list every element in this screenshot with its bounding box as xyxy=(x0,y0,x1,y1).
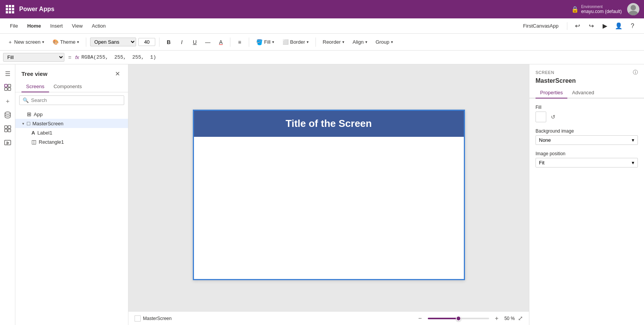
theme-label: Theme xyxy=(60,39,76,45)
fullscreen-button[interactable]: ⤢ xyxy=(518,315,523,322)
image-position-label: Image position xyxy=(536,151,638,156)
zoom-slider-thumb xyxy=(456,316,461,321)
canvas-frame[interactable]: Title of the Screen xyxy=(193,110,465,280)
divider xyxy=(567,22,567,30)
font-family-select[interactable]: Open Sans xyxy=(90,38,136,46)
reorder-label: Reorder xyxy=(323,39,341,45)
svg-rect-10 xyxy=(8,129,11,132)
environment-info[interactable]: 🔒 Environment enayu.com (default) xyxy=(571,5,622,14)
zoom-controls: − + 50 % ⤢ xyxy=(416,314,523,323)
rectangle1-label: Rectangle1 xyxy=(39,139,123,145)
image-position-control: Fit ▾ xyxy=(536,158,638,167)
sidebar-media-icon[interactable] xyxy=(2,136,14,149)
background-image-control: None ▾ xyxy=(536,135,638,145)
app-name: FirstCanvasApp xyxy=(523,23,559,29)
tab-advanced[interactable]: Advanced xyxy=(567,87,599,98)
app-label: App xyxy=(34,112,123,117)
props-info-button[interactable]: ⓘ xyxy=(633,69,638,76)
tree-header: Tree view ✕ xyxy=(15,64,128,81)
screen-icon: □ xyxy=(27,120,30,126)
formula-input[interactable] xyxy=(81,54,641,60)
border-dropdown-arrow: ▾ xyxy=(307,40,309,44)
sidebar-data-icon[interactable] xyxy=(2,109,14,121)
redo-button[interactable]: ↪ xyxy=(586,21,596,31)
fill-color-swatch[interactable] xyxy=(536,112,546,122)
sidebar-icons: ☰ ＋ xyxy=(0,64,15,325)
font-size-input[interactable] xyxy=(138,38,155,46)
topbar-right: 🔒 Environment enayu.com (default) xyxy=(571,3,639,15)
sidebar-components-icon[interactable] xyxy=(2,123,14,135)
zoom-out-button[interactable]: − xyxy=(416,314,425,323)
screen-checkbox[interactable] xyxy=(135,315,141,322)
toolbar-sep-4 xyxy=(249,38,249,47)
app-icon: ⊞ xyxy=(27,111,31,117)
image-position-select[interactable]: Fit ▾ xyxy=(536,158,638,167)
tree-close-button[interactable]: ✕ xyxy=(113,69,122,78)
strikethrough-button[interactable]: — xyxy=(202,37,213,48)
reorder-button[interactable]: Reorder ▾ xyxy=(320,38,347,46)
theme-button[interactable]: 🎨 Theme ▾ xyxy=(49,38,82,46)
menu-view[interactable]: View xyxy=(68,21,87,30)
menu-home[interactable]: Home xyxy=(23,21,45,30)
property-select[interactable]: Fill xyxy=(3,53,64,62)
tree-item-app[interactable]: ⊞ App xyxy=(15,110,128,119)
waffle-icon xyxy=(6,5,14,13)
help-button[interactable]: ? xyxy=(627,21,638,31)
svg-rect-7 xyxy=(5,126,7,128)
background-image-value: None xyxy=(539,137,551,143)
font-color-button[interactable]: A xyxy=(215,37,226,48)
play-button[interactable]: ▶ xyxy=(600,21,610,31)
search-input[interactable] xyxy=(31,97,121,103)
align-text-label: Align xyxy=(353,39,364,45)
waffle-button[interactable] xyxy=(5,4,15,15)
tree-item-masterscreen[interactable]: ▾ □ MasterScreen ··· xyxy=(15,119,128,128)
search-icon: 🔍 xyxy=(23,97,29,103)
underline-button[interactable]: U xyxy=(189,37,200,48)
reorder-dropdown-arrow: ▾ xyxy=(342,40,344,44)
background-image-select[interactable]: None ▾ xyxy=(536,135,638,145)
label1-label: Label1 xyxy=(37,130,123,136)
tree-title: Tree view xyxy=(21,71,48,77)
canvas-header-bar: Title of the Screen xyxy=(194,111,464,137)
fill-button[interactable]: 🪣 Fill ▾ xyxy=(253,38,277,47)
masterscreen-label: MasterScreen xyxy=(32,121,119,126)
user-avatar[interactable] xyxy=(627,3,639,15)
sidebar-menu-icon[interactable]: ☰ xyxy=(2,67,14,80)
sidebar-add-icon[interactable]: ＋ xyxy=(2,95,14,107)
tab-components[interactable]: Components xyxy=(49,81,87,92)
fill-refresh-button[interactable]: ↺ xyxy=(549,112,558,121)
bold-button[interactable]: B xyxy=(163,37,174,48)
tab-screens[interactable]: Screens xyxy=(21,81,49,92)
border-button[interactable]: ⬜ Border ▾ xyxy=(279,38,312,46)
toolbar-sep-1 xyxy=(86,38,86,47)
person-button[interactable]: 👤 xyxy=(613,21,624,31)
tree-item-rectangle1[interactable]: ◫ Rectangle1 xyxy=(15,137,128,146)
menu-file[interactable]: File xyxy=(6,21,22,30)
tree-panel: Tree view ✕ Screens Components 🔍 ⊞ App ▾… xyxy=(15,64,128,325)
new-screen-label: New screen xyxy=(14,39,41,45)
new-screen-button[interactable]: ＋ New screen ▾ xyxy=(5,37,47,47)
screen-name-label: MasterScreen xyxy=(143,316,172,321)
tree-tabs: Screens Components xyxy=(15,81,128,92)
equals-sign: = xyxy=(67,54,73,61)
svg-point-0 xyxy=(631,5,636,10)
menu-insert[interactable]: Insert xyxy=(46,21,67,30)
background-image-label: Background image xyxy=(536,128,638,134)
italic-button[interactable]: I xyxy=(176,37,187,48)
tab-properties[interactable]: Properties xyxy=(536,87,567,98)
group-button[interactable]: Group ▾ xyxy=(373,38,396,46)
sidebar-treeview-icon[interactable] xyxy=(2,81,14,94)
tree-search-box[interactable]: 🔍 xyxy=(19,95,124,105)
environment-text: Environment enayu.com (default) xyxy=(581,5,622,14)
formula-bar: Fill = fx xyxy=(0,51,644,64)
expand-icon xyxy=(20,111,26,117)
tree-item-label1[interactable]: A Label1 xyxy=(15,128,128,137)
align-button[interactable]: ≡ xyxy=(234,37,245,48)
align-text-button[interactable]: Align ▾ xyxy=(350,38,370,46)
menu-action[interactable]: Action xyxy=(88,21,110,30)
zoom-slider[interactable] xyxy=(428,318,489,319)
environment-icon: 🔒 xyxy=(571,6,579,13)
zoom-in-button[interactable]: + xyxy=(492,314,501,323)
topbar: Power Apps 🔒 Environment enayu.com (defa… xyxy=(0,0,644,18)
undo-button[interactable]: ↩ xyxy=(572,21,583,31)
